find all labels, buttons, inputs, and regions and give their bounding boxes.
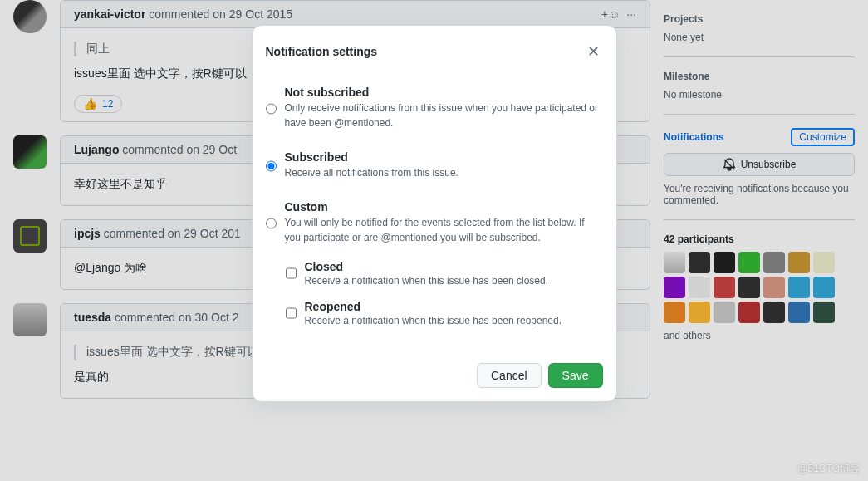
option-desc: You will only be notified for the events… (285, 215, 603, 245)
radio-custom[interactable] (266, 202, 277, 245)
radio-subscribed[interactable] (266, 152, 277, 180)
checkbox-desc: Receive a notification when this issue h… (305, 315, 562, 326)
close-icon[interactable]: ✕ (584, 39, 603, 64)
modal-title: Notification settings (266, 45, 378, 58)
notification-settings-modal: Notification settings ✕ Not subscribed O… (252, 25, 617, 402)
option-not-subscribed[interactable]: Not subscribed Only receive notification… (266, 77, 603, 142)
option-title: Not subscribed (285, 86, 603, 99)
option-custom[interactable]: Custom You will only be notified for the… (266, 192, 603, 257)
custom-event-reopened[interactable]: Reopened Receive a notification when thi… (266, 297, 603, 336)
checkbox-closed[interactable] (286, 260, 297, 287)
option-title: Custom (285, 200, 603, 214)
option-title: Subscribed (285, 150, 603, 164)
watermark: @51CTO博客 (797, 462, 860, 476)
option-desc: Only receive notifications from this iss… (285, 101, 603, 130)
cancel-button[interactable]: Cancel (477, 363, 542, 388)
checkbox-title: Reopened (305, 300, 562, 313)
checkbox-reopened[interactable] (286, 300, 297, 326)
radio-not-subscribed[interactable] (266, 87, 277, 130)
option-subscribed[interactable]: Subscribed Receive all notifications fro… (266, 142, 603, 192)
custom-event-closed[interactable]: Closed Receive a notification when this … (266, 257, 603, 297)
checkbox-desc: Receive a notification when this issue h… (305, 275, 549, 287)
option-desc: Receive all notifications from this issu… (285, 165, 603, 180)
modal-overlay[interactable]: Notification settings ✕ Not subscribed O… (0, 0, 868, 481)
checkbox-title: Closed (305, 260, 549, 273)
save-button[interactable]: Save (548, 363, 603, 388)
